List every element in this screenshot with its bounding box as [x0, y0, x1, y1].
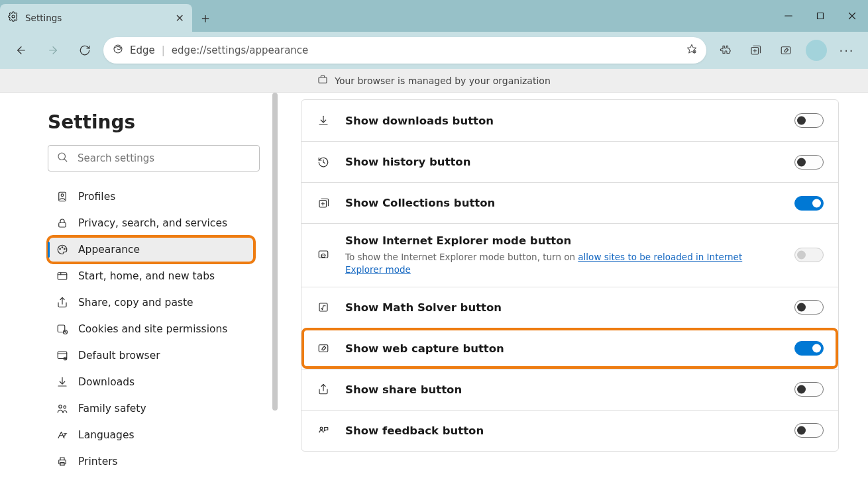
sidebar-item-label: Appearance: [78, 244, 140, 256]
family-icon: [56, 403, 69, 415]
toggle-web-capture[interactable]: [794, 341, 824, 356]
new-tab-button[interactable]: ＋: [192, 4, 219, 32]
web-capture-icon[interactable]: [773, 37, 799, 64]
close-window-button[interactable]: [836, 0, 868, 32]
collections-icon: [316, 197, 331, 209]
toggle-share[interactable]: [794, 382, 824, 397]
download-icon: [56, 376, 69, 388]
sidebar-item-label: Printers: [78, 456, 118, 467]
permissions-icon: [56, 323, 69, 335]
sidebar-item-start[interactable]: Start, home, and new tabs: [48, 263, 254, 289]
more-menu-button[interactable]: ···: [834, 37, 860, 64]
row-title: Show feedback button: [345, 424, 780, 437]
sidebar-item-default-browser[interactable]: Default browser: [48, 342, 254, 369]
profile-icon: [56, 191, 69, 203]
svg-point-23: [62, 247, 63, 248]
sidebar-item-cookies[interactable]: Cookies and site permissions: [48, 316, 254, 342]
row-feedback-button: Show feedback button: [301, 410, 838, 451]
browser-tab[interactable]: Settings ✕: [0, 4, 192, 32]
favorite-icon[interactable]: [686, 44, 697, 57]
svg-line-18: [64, 159, 67, 162]
history-icon: [316, 156, 331, 168]
maximize-button[interactable]: [804, 0, 836, 32]
sidebar-item-printers[interactable]: Printers: [48, 448, 254, 475]
sidebar-item-share[interactable]: Share, copy and paste: [48, 289, 254, 316]
toggle-math-solver[interactable]: [794, 300, 824, 315]
sidebar-item-family[interactable]: Family safety: [48, 395, 254, 422]
refresh-button[interactable]: [72, 37, 98, 64]
titlebar: Settings ✕ ＋: [0, 0, 868, 32]
download-icon: [316, 115, 331, 126]
row-ie-mode-button: Show Internet Explorer mode button To sh…: [301, 223, 838, 287]
sidebar-item-privacy[interactable]: Privacy, search, and services: [48, 210, 254, 236]
row-title: Show history button: [345, 156, 780, 168]
settings-nav: Profiles Privacy, search, and services A…: [48, 183, 254, 475]
tab-title: Settings: [25, 13, 62, 23]
settings-card: Show downloads button Show history butto…: [301, 99, 839, 452]
browser-icon: [56, 350, 69, 362]
printer-icon: [56, 456, 69, 467]
search-input[interactable]: [76, 152, 251, 165]
svg-point-37: [64, 406, 66, 409]
svg-rect-16: [319, 77, 327, 83]
sidebar: Settings Profiles Privacy, search, and s…: [0, 93, 278, 488]
sidebar-scrollbar[interactable]: [272, 93, 278, 488]
sidebar-item-appearance[interactable]: Appearance: [48, 236, 254, 263]
toggle-feedback[interactable]: [794, 423, 824, 438]
forward-button[interactable]: [40, 37, 66, 64]
close-tab-button[interactable]: ✕: [176, 12, 184, 24]
svg-rect-25: [58, 273, 67, 280]
row-title: Show downloads button: [345, 115, 780, 127]
toggle-downloads[interactable]: [794, 113, 824, 128]
svg-rect-48: [319, 345, 328, 352]
sidebar-item-label: Default browser: [78, 350, 160, 362]
edge-label: Edge: [130, 44, 155, 56]
toolbar: Edge | edge://settings/appearance ···: [0, 32, 868, 69]
profile-avatar[interactable]: [803, 37, 830, 64]
sidebar-item-profiles[interactable]: Profiles: [48, 183, 254, 210]
row-share-button: Show share button: [301, 369, 838, 410]
briefcase-icon: [317, 74, 328, 87]
svg-rect-39: [59, 460, 66, 464]
svg-rect-15: [781, 47, 790, 54]
svg-point-22: [60, 248, 61, 250]
svg-point-36: [59, 405, 62, 409]
row-title: Show Collections button: [345, 197, 780, 209]
svg-point-24: [64, 248, 66, 250]
feedback-icon: [316, 424, 331, 436]
toggle-history[interactable]: [794, 155, 824, 170]
window-controls: [773, 0, 868, 32]
sidebar-item-label: Share, copy and paste: [78, 297, 193, 309]
row-desc: To show the Internet Explorer mode butto…: [345, 251, 780, 276]
back-button[interactable]: [8, 37, 34, 64]
svg-rect-31: [58, 352, 67, 359]
svg-point-50: [320, 427, 323, 430]
toggle-collections[interactable]: [794, 196, 824, 211]
divider: |: [162, 44, 165, 56]
svg-point-0: [12, 15, 15, 18]
sidebar-item-label: Family safety: [78, 403, 146, 415]
search-icon: [56, 151, 68, 166]
sidebar-item-downloads[interactable]: Downloads: [48, 369, 254, 395]
sidebar-item-label: Profiles: [78, 191, 115, 203]
palette-icon: [56, 244, 69, 256]
sidebar-item-label: Start, home, and new tabs: [78, 270, 215, 282]
sidebar-item-label: Cookies and site permissions: [78, 323, 227, 335]
row-title: Show Internet Explorer mode button: [345, 234, 780, 247]
svg-point-20: [61, 194, 64, 197]
sidebar-item-label: Privacy, search, and services: [78, 217, 227, 229]
collections-icon[interactable]: [742, 37, 769, 64]
content: Settings Profiles Privacy, search, and s…: [0, 93, 868, 488]
edge-logo-icon: [113, 44, 123, 57]
row-web-capture-button: Show web capture button: [301, 328, 838, 369]
address-bar[interactable]: Edge | edge://settings/appearance: [103, 37, 706, 64]
tabs-icon: [56, 270, 69, 282]
search-settings[interactable]: [48, 145, 260, 171]
extensions-icon[interactable]: [712, 37, 738, 64]
svg-rect-21: [59, 222, 66, 227]
ie-icon: [316, 249, 331, 261]
banner-text: Your browser is managed by your organiza…: [335, 75, 551, 86]
share-icon: [316, 383, 331, 395]
sidebar-item-languages[interactable]: Languages: [48, 422, 254, 448]
minimize-button[interactable]: [773, 0, 804, 32]
